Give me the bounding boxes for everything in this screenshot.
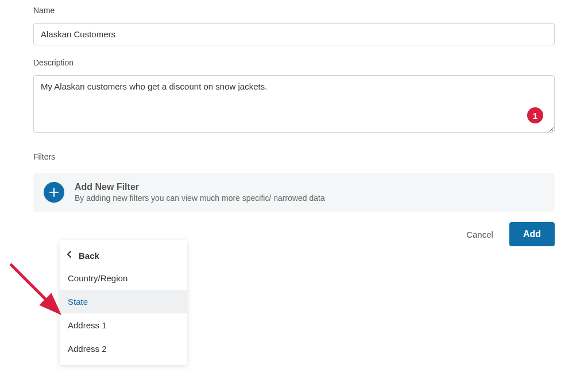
arrow-annotation	[5, 258, 68, 321]
description-field-group: Description My Alaskan customers who get…	[33, 58, 555, 135]
annotation-badge-1: 1	[527, 107, 543, 123]
filters-section-label: Filters	[33, 152, 555, 161]
dropdown-item-country-region[interactable]: Country/Region	[60, 266, 187, 290]
dropdown-back-label: Back	[79, 251, 99, 261]
dropdown-item-state[interactable]: State	[60, 290, 187, 313]
filter-field-dropdown: Back Country/RegionStateAddress 1Address…	[60, 240, 187, 365]
name-field-group: Name	[33, 6, 555, 45]
add-new-filter-panel[interactable]: Add New Filter By adding new filters you…	[33, 173, 555, 212]
cancel-button[interactable]: Cancel	[466, 230, 493, 239]
dropdown-item-address-2[interactable]: Address 2	[60, 337, 187, 360]
description-label: Description	[33, 58, 555, 67]
svg-line-1	[10, 264, 57, 311]
dropdown-item-address-1[interactable]: Address 1	[60, 313, 187, 337]
add-filter-subtitle: By adding new filters you can view much …	[75, 193, 325, 203]
add-filter-title: Add New Filter	[75, 182, 325, 192]
add-filter-text: Add New Filter By adding new filters you…	[75, 182, 325, 203]
plus-icon	[44, 182, 64, 203]
name-label: Name	[33, 6, 555, 15]
add-button[interactable]: Add	[509, 222, 555, 246]
chevron-left-icon	[67, 250, 72, 261]
description-textarea[interactable]: My Alaskan customers who get a discount …	[33, 75, 555, 133]
dropdown-back-button[interactable]: Back	[60, 245, 187, 266]
name-input[interactable]	[33, 23, 555, 45]
